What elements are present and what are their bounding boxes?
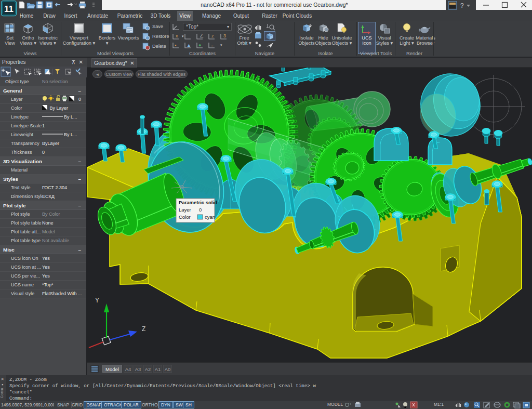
- svg-text:Layer: Layer: [179, 207, 191, 213]
- svg-text:Z: Z: [142, 325, 145, 333]
- svg-text:3: 3: [223, 33, 226, 38]
- svg-text:Y: Y: [95, 297, 99, 304]
- svg-text:?: ?: [460, 2, 464, 9]
- svg-text:●: ●: [198, 43, 201, 48]
- svg-text:▲: ▲: [187, 43, 191, 48]
- svg-text:Color: Color: [179, 214, 191, 220]
- svg-text:11: 11: [4, 4, 14, 14]
- svg-text:0: 0: [199, 207, 202, 213]
- svg-text:z: z: [211, 33, 214, 38]
- svg-text:cyan: cyan: [205, 214, 215, 220]
- svg-text:x: x: [176, 33, 178, 38]
- svg-text:Parametric solid: Parametric solid: [179, 200, 217, 205]
- svg-text:▪: ▪: [175, 43, 176, 48]
- svg-text:∠: ∠: [200, 33, 204, 38]
- svg-text:←: ←: [210, 43, 215, 48]
- svg-text:°: °: [350, 403, 351, 407]
